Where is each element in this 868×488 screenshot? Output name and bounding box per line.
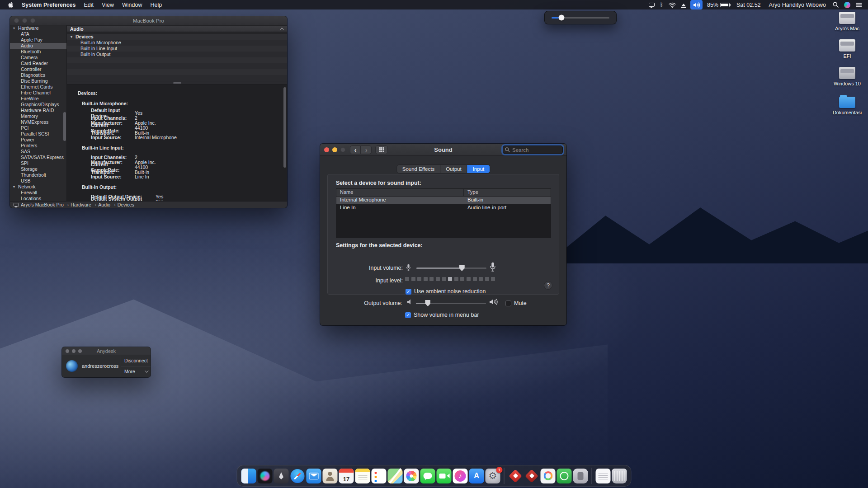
eject-icon[interactable]	[679, 0, 689, 9]
sidebar-item-firewall[interactable]: Firewall	[10, 190, 66, 196]
dock-icon-finder[interactable]	[241, 469, 256, 483]
dock-icon-photos[interactable]	[404, 469, 419, 483]
sidebar-item-diagnostics[interactable]: Diagnostics	[10, 72, 66, 78]
sidebar-item-audio[interactable]: Audio	[10, 43, 66, 49]
tree-root-devices[interactable]: Devices	[67, 34, 287, 40]
dock-icon-messages[interactable]	[420, 469, 435, 483]
sidebar-item-firewire[interactable]: FireWire	[10, 96, 66, 102]
sidebar-item-pci[interactable]: PCI	[10, 125, 66, 131]
desktop-icon-dokumentasi[interactable]: Dokumentasi	[829, 94, 865, 115]
sidebar-item-bluetooth[interactable]: Bluetooth	[10, 49, 66, 55]
menu-edit[interactable]: Edit	[80, 0, 98, 9]
sidebar-item-nvmexpress[interactable]: NVMExpress	[10, 119, 66, 125]
menu-view[interactable]: View	[98, 0, 118, 9]
dock-icon-calendar[interactable]: 17	[339, 469, 354, 483]
siri-icon[interactable]	[841, 0, 853, 9]
anydesk-titlebar[interactable]: Anydesk	[62, 347, 151, 355]
sidebar-item-card-reader[interactable]: Card Reader	[10, 61, 66, 66]
menu-help[interactable]: Help	[146, 0, 166, 9]
sysinfo-titlebar[interactable]: MacBook Pro	[10, 16, 287, 25]
back-button[interactable]	[350, 145, 361, 154]
zoom-button[interactable]	[78, 349, 82, 353]
volume-icon[interactable]	[690, 0, 703, 9]
forward-button[interactable]	[361, 145, 372, 154]
input-volume-knob[interactable]	[459, 265, 465, 271]
spotlight-icon[interactable]	[830, 0, 841, 9]
dock-icon-itunes[interactable]	[453, 469, 468, 483]
dock-icon-textedit[interactable]	[596, 469, 611, 483]
sidebar-item-locations[interactable]: Locations	[10, 196, 66, 201]
battery-status[interactable]: 85%	[704, 0, 732, 9]
user-menu[interactable]: Aryo Handityo Wibowo	[765, 0, 830, 9]
menu-window[interactable]: Window	[118, 0, 146, 9]
dock-icon-paintbrush[interactable]	[541, 469, 556, 483]
sidebar-item-fibre-channel[interactable]: Fibre Channel	[10, 90, 66, 96]
disclosure-triangle-icon[interactable]	[71, 34, 74, 40]
dock-icon-siri[interactable]	[258, 469, 273, 483]
pane-splitter[interactable]	[67, 81, 287, 84]
minimize-button[interactable]	[72, 349, 75, 353]
disclosure-triangle-icon[interactable]	[13, 25, 17, 31]
desktop-icon-aryos-mac[interactable]: Aryo's Mac	[829, 12, 865, 31]
content-header[interactable]: Audio	[67, 26, 287, 32]
table-row-line-in[interactable]: Line In Audio line-in port	[336, 204, 551, 212]
dock-icon-anydesk[interactable]	[508, 469, 523, 483]
tree-item-built-in-microphone[interactable]: Built-in Microphone	[67, 40, 287, 46]
tab-sound-effects[interactable]: Sound Effects	[397, 165, 440, 173]
output-volume-knob[interactable]	[425, 300, 430, 306]
dock-icon-reminders[interactable]	[372, 469, 387, 483]
dock-icon-maps[interactable]	[388, 469, 403, 483]
desktop-icon-efi[interactable]: EFI	[829, 39, 865, 59]
sidebar-item-thunderbolt[interactable]: Thunderbolt	[10, 172, 66, 178]
disconnect-button[interactable]: Disconnect	[121, 355, 151, 366]
minimize-button[interactable]	[332, 147, 337, 152]
volume-slider-knob[interactable]	[558, 15, 564, 21]
dock-icon-screen-share[interactable]	[557, 469, 572, 483]
tab-output[interactable]: Output	[440, 165, 467, 173]
desktop-icon-windows10[interactable]: Windows 10	[829, 67, 865, 86]
sidebar-item-controller[interactable]: Controller	[10, 66, 66, 72]
more-button[interactable]: More	[121, 366, 151, 377]
tree-item-built-in-line-input[interactable]: Built-in Line Input	[67, 46, 287, 52]
volume-slider[interactable]	[552, 17, 609, 19]
show-all-button[interactable]	[375, 145, 388, 154]
sidebar-item-power[interactable]: Power	[10, 137, 66, 143]
sidebar-item-camera[interactable]: Camera	[10, 55, 66, 61]
ambient-noise-checkbox[interactable]	[406, 289, 411, 295]
dock-icon-safari[interactable]	[290, 469, 305, 483]
sidebar-item-printers[interactable]: Printers	[10, 143, 66, 149]
screen-mirroring-icon[interactable]	[646, 0, 657, 9]
breadcrumb[interactable]: Aryo's MacBook Pro	[21, 202, 69, 207]
sidebar-item-memory[interactable]: Memory	[10, 113, 66, 119]
sidebar-item-usb[interactable]: USB	[10, 178, 66, 184]
apple-menu[interactable]	[4, 0, 18, 9]
tree-item-built-in-output[interactable]: Built-in Output	[67, 52, 287, 57]
minimize-button[interactable]	[22, 18, 27, 23]
tab-input[interactable]: Input	[467, 165, 490, 173]
bluetooth-icon[interactable]: ᛒ	[657, 0, 666, 9]
close-button[interactable]	[14, 18, 19, 23]
sidebar-item-ata[interactable]: ATA	[10, 31, 66, 37]
breadcrumb[interactable]: Devices	[118, 202, 134, 207]
dock-icon-app-store[interactable]: A	[469, 469, 484, 483]
dock-icon-mail[interactable]	[307, 469, 321, 483]
sidebar-item-hardware-raid[interactable]: Hardware RAID	[10, 108, 66, 113]
dock-icon-notes[interactable]	[355, 469, 370, 483]
clock[interactable]: Sat 02.52	[732, 0, 765, 9]
column-type[interactable]: Type	[464, 189, 551, 196]
breadcrumb[interactable]: Audio	[98, 202, 115, 207]
close-button[interactable]	[324, 147, 329, 152]
dock-icon-contacts[interactable]	[323, 469, 338, 483]
sidebar-item-disc-burning[interactable]: Disc Burning	[10, 78, 66, 84]
mute-checkbox[interactable]	[505, 300, 511, 306]
details-scrollbar[interactable]	[283, 87, 286, 168]
search-input[interactable]	[503, 145, 563, 154]
dock-icon-launchpad[interactable]	[274, 469, 289, 483]
show-volume-checkbox[interactable]	[405, 312, 411, 318]
disclosure-triangle-icon[interactable]	[13, 184, 17, 190]
wifi-icon[interactable]	[666, 0, 679, 9]
sidebar-item-parallel-scsi[interactable]: Parallel SCSI	[10, 131, 66, 137]
input-volume-slider[interactable]	[416, 267, 486, 269]
sidebar-item-apple-pay[interactable]: Apple Pay	[10, 37, 66, 43]
dock-icon-system-preferences[interactable]: 1	[486, 469, 500, 483]
